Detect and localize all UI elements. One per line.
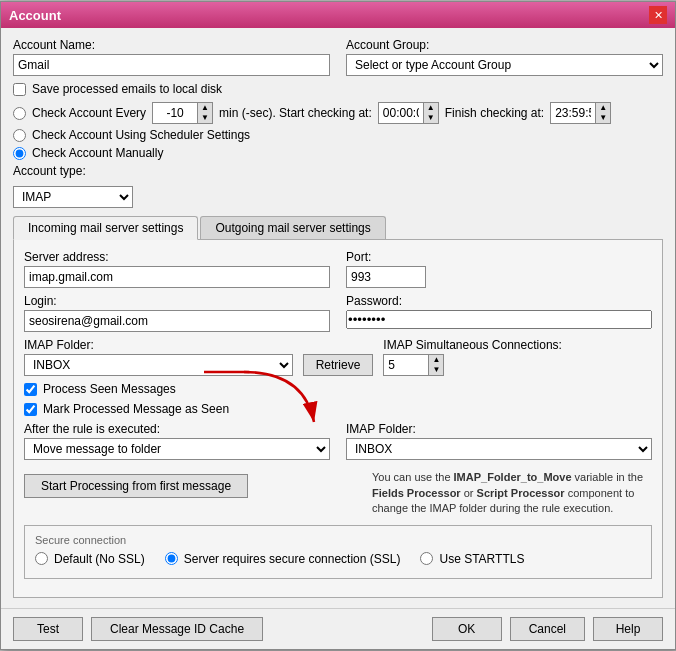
- port-group: Port:: [346, 250, 652, 288]
- bottom-left-buttons: Test Clear Message ID Cache: [13, 617, 263, 641]
- start-time-input[interactable]: [378, 102, 423, 124]
- finish-time-input[interactable]: [550, 102, 595, 124]
- password-input[interactable]: [346, 310, 652, 329]
- starttls-row: Use STARTTLS: [420, 552, 524, 566]
- save-processed-checkbox[interactable]: [13, 83, 26, 96]
- dialog-content: Account Name: Account Group: Select or t…: [1, 28, 675, 607]
- simultaneous-label: IMAP Simultaneous Connections:: [383, 338, 652, 352]
- process-btn-area: Start Processing from first message: [24, 466, 356, 506]
- simultaneous-group: IMAP Simultaneous Connections: ▲ ▼: [383, 338, 652, 376]
- secure-connection-box: Secure connection Default (No SSL) Serve…: [24, 525, 652, 579]
- help-button[interactable]: Help: [593, 617, 663, 641]
- check-every-input[interactable]: [152, 102, 197, 124]
- finish-time-spinner: ▲ ▼: [550, 102, 611, 124]
- tab-content-incoming: Server address: Port: Login: Password:: [13, 240, 663, 597]
- finish-time-up[interactable]: ▲: [596, 103, 610, 113]
- imap-folder-after-label: IMAP Folder:: [346, 422, 652, 436]
- server-address-label: Server address:: [24, 250, 330, 264]
- account-group-select[interactable]: Select or type Account Group: [346, 54, 663, 76]
- start-time-down[interactable]: ▼: [424, 113, 438, 123]
- info-text-area: You can use the IMAP_Folder_to_Move vari…: [372, 466, 652, 516]
- check-every-radio[interactable]: [13, 107, 26, 120]
- port-input[interactable]: [346, 266, 426, 288]
- imap-folder-row: IMAP Folder: INBOX Retrieve IMAP Simulta…: [24, 338, 652, 376]
- mark-processed-label: Mark Processed Message as Seen: [43, 402, 229, 416]
- ssl-none-radio[interactable]: [35, 552, 48, 565]
- simultaneous-input[interactable]: [383, 354, 428, 376]
- title-bar: Account ✕: [1, 2, 675, 28]
- ssl-required-row: Server requires secure connection (SSL): [165, 552, 401, 566]
- account-name-group: Account Name:: [13, 38, 330, 76]
- tab-outgoing[interactable]: Outgoing mail server settings: [200, 216, 385, 239]
- tab-incoming[interactable]: Incoming mail server settings: [13, 216, 198, 240]
- account-type-select[interactable]: IMAP POP3 Exchange: [13, 186, 133, 208]
- password-label: Password:: [346, 294, 652, 308]
- server-address-input[interactable]: [24, 266, 330, 288]
- finish-time-down[interactable]: ▼: [596, 113, 610, 123]
- check-every-down[interactable]: ▼: [198, 113, 212, 123]
- start-time-up[interactable]: ▲: [424, 103, 438, 113]
- bottom-right-buttons: OK Cancel Help: [432, 617, 663, 641]
- clear-cache-button[interactable]: Clear Message ID Cache: [91, 617, 263, 641]
- login-group: Login:: [24, 294, 330, 332]
- server-address-group: Server address:: [24, 250, 330, 288]
- login-input[interactable]: [24, 310, 330, 332]
- mark-processed-row: Mark Processed Message as Seen: [24, 402, 652, 416]
- password-group: Password:: [346, 294, 652, 332]
- check-scheduler-label: Check Account Using Scheduler Settings: [32, 128, 250, 142]
- imap-folder-label: IMAP Folder:: [24, 338, 293, 352]
- mark-processed-checkbox[interactable]: [24, 403, 37, 416]
- retrieve-button[interactable]: Retrieve: [303, 354, 374, 376]
- close-button[interactable]: ✕: [649, 6, 667, 24]
- ssl-none-row: Default (No SSL): [35, 552, 145, 566]
- simultaneous-spinner: ▲ ▼: [383, 354, 652, 376]
- check-every-row: Check Account Every ▲ ▼ min (-sec). Star…: [13, 102, 663, 124]
- window-title: Account: [9, 8, 61, 23]
- account-name-input[interactable]: [13, 54, 330, 76]
- ssl-required-radio[interactable]: [165, 552, 178, 565]
- check-every-unit: min (-sec). Start checking at:: [219, 106, 372, 120]
- start-processing-button[interactable]: Start Processing from first message: [24, 474, 248, 498]
- check-scheduler-row: Check Account Using Scheduler Settings: [13, 128, 663, 142]
- save-processed-row: Save processed emails to local disk: [13, 82, 663, 96]
- finish-label: Finish checking at:: [445, 106, 544, 120]
- process-seen-row: Process Seen Messages: [24, 382, 652, 396]
- after-rule-select[interactable]: Move message to folder Delete message Le…: [24, 438, 330, 460]
- info-text: You can use the IMAP_Folder_to_Move vari…: [372, 470, 652, 516]
- process-seen-label: Process Seen Messages: [43, 382, 176, 396]
- simultaneous-arrows: ▲ ▼: [428, 354, 444, 376]
- process-seen-checkbox[interactable]: [24, 383, 37, 396]
- ssl-none-label: Default (No SSL): [54, 552, 145, 566]
- bottom-bar: Test Clear Message ID Cache OK Cancel He…: [1, 608, 675, 649]
- check-every-spinner: ▲ ▼: [152, 102, 213, 124]
- imap-folder-after-select[interactable]: INBOX: [346, 438, 652, 460]
- after-rule-group: After the rule is executed: Move message…: [24, 422, 330, 460]
- check-manually-row: Check Account Manually: [13, 146, 663, 160]
- simultaneous-up[interactable]: ▲: [429, 355, 443, 365]
- login-label: Login:: [24, 294, 330, 308]
- ok-button[interactable]: OK: [432, 617, 502, 641]
- imap-folder-select[interactable]: INBOX: [24, 354, 293, 376]
- start-time-arrows: ▲ ▼: [423, 102, 439, 124]
- after-rule-label: After the rule is executed:: [24, 422, 330, 436]
- top-fields-row: Account Name: Account Group: Select or t…: [13, 38, 663, 76]
- check-manually-radio[interactable]: [13, 147, 26, 160]
- imap-folder-after-group: IMAP Folder: INBOX: [346, 422, 652, 460]
- cancel-button[interactable]: Cancel: [510, 617, 585, 641]
- port-label: Port:: [346, 250, 652, 264]
- tab-bar: Incoming mail server settings Outgoing m…: [13, 216, 663, 240]
- check-scheduler-radio[interactable]: [13, 129, 26, 142]
- account-type-label: Account type:: [13, 164, 86, 178]
- check-manually-label: Check Account Manually: [32, 146, 163, 160]
- ssl-required-label: Server requires secure connection (SSL): [184, 552, 401, 566]
- simultaneous-down[interactable]: ▼: [429, 365, 443, 375]
- imap-folder-group: IMAP Folder: INBOX: [24, 338, 293, 376]
- account-group-label: Account Group:: [346, 38, 663, 52]
- secure-connection-title: Secure connection: [35, 534, 641, 546]
- starttls-radio[interactable]: [420, 552, 433, 565]
- check-every-arrows: ▲ ▼: [197, 102, 213, 124]
- test-button[interactable]: Test: [13, 617, 83, 641]
- account-type-row: Account type:: [13, 164, 663, 178]
- start-time-spinner: ▲ ▼: [378, 102, 439, 124]
- check-every-up[interactable]: ▲: [198, 103, 212, 113]
